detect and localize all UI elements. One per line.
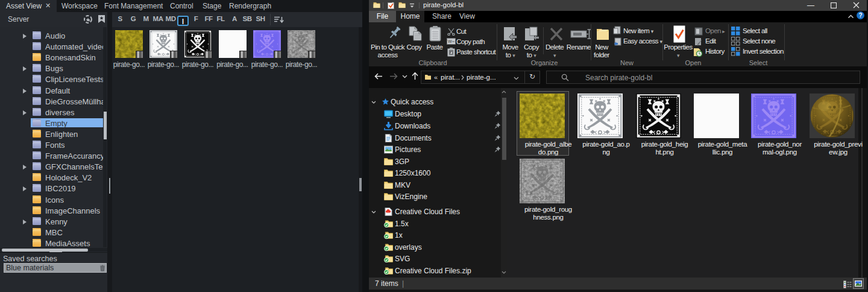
svg-text:W: W [448, 39, 452, 43]
